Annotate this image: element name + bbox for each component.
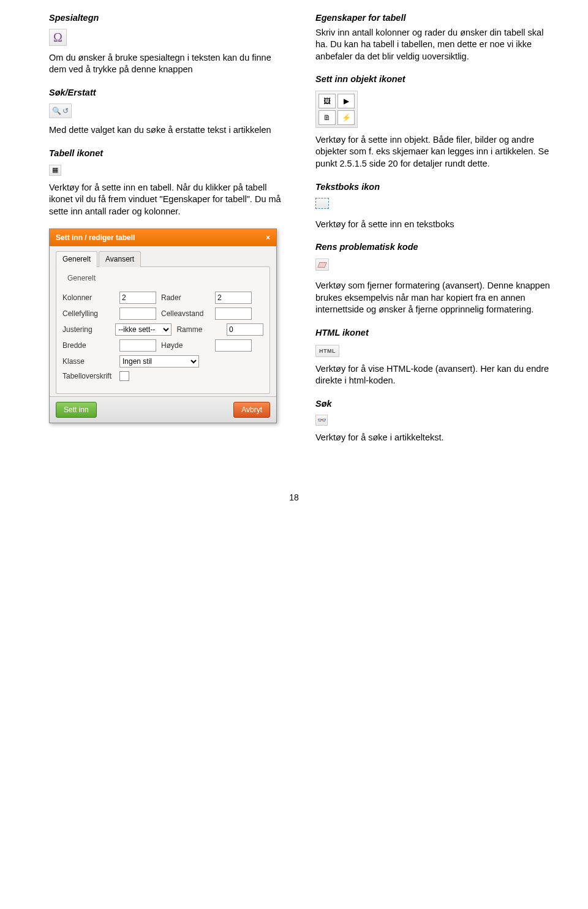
heading-sok: Søk [315,398,551,410]
label-bredde: Bredde [62,341,115,350]
label-celleavstand: Celleavstand [161,309,210,319]
text-tabell-ikonet: Verktøy for å sette inn en tabell. Når d… [49,182,285,218]
search-replace-icon: 🔍↺ [49,104,72,118]
tab-avansert[interactable]: Avansert [99,251,141,266]
fieldset-generelt: Generelt Kolonner Rader Cellefylling Cel… [56,266,270,394]
heading-rens-kode: Rens problematisk kode [315,241,551,254]
text-sok-erstatt: Med dette valget kan du søke å erstatte … [49,124,285,137]
close-icon[interactable]: × [266,233,270,243]
select-justering[interactable]: --ikke sett-- [115,323,172,336]
input-hoyde[interactable] [215,339,252,352]
table-dialog: Sett inn / rediger tabell × Generelt Ava… [49,228,277,423]
label-ramme: Ramme [176,325,222,334]
label-rader: Rader [161,293,210,303]
image-icon: 🖼 [318,94,336,108]
dialog-tabs: Generelt Avansert [56,251,270,266]
page-content: Spesialtegn Ω Om du ønsker å bruke spesi… [0,0,588,473]
input-bredde[interactable] [119,339,156,352]
text-sett-inn-objekt: Verktøy for å sette inn objekt. Både fil… [315,134,551,170]
left-column: Spesialtegn Ω Om du ønsker å bruke spesi… [49,12,285,455]
label-kolonner: Kolonner [62,293,115,303]
label-justering: Justering [62,325,110,334]
text-spesialtegn: Om du ønsker å bruke spesialtegn i tekst… [49,52,285,76]
flash-icon: ⚡ [337,110,355,125]
label-cellefylling: Cellefylling [62,309,115,319]
select-klasse[interactable]: Ingen stil [119,355,199,368]
avbryt-button[interactable]: Avbryt [233,402,270,418]
html-icon: HTML [315,344,339,357]
dialog-title: Sett inn / rediger tabell [56,233,135,243]
checkbox-tabelloverskrift[interactable] [119,371,129,381]
play-icon: ▶ [337,94,355,108]
binoculars-icon: 👓 [315,415,328,426]
eraser-icon [315,258,329,274]
input-ramme[interactable] [227,323,263,336]
insert-object-icon: 🖼 ▶ 🗎 ⚡ [315,91,358,128]
page-number: 18 [0,492,588,504]
input-celleavstand[interactable] [215,307,252,320]
text-html-ikonet: Verktøy for å vise HTML-kode (avansert).… [315,363,551,387]
table-icon: ▦ [49,165,61,176]
dialog-titlebar: Sett inn / rediger tabell × [50,229,276,246]
text-rens-kode: Verktøy som fjerner formatering (avanser… [315,280,551,316]
heading-sett-inn-objekt: Sett inn objekt ikonet [315,74,551,86]
heading-egenskaper-tabell: Egenskaper for tabell [315,12,551,25]
heading-sok-erstatt: Søk/Erstatt [49,87,285,99]
sett-inn-button[interactable]: Sett inn [56,402,97,418]
heading-spesialtegn: Spesialtegn [49,12,285,25]
omega-icon: Ω [49,29,67,46]
heading-tekstboks: Tekstboks ikon [315,181,551,194]
heading-tabell-ikonet: Tabell ikonet [49,148,285,160]
input-kolonner[interactable] [119,292,156,304]
label-hoyde: Høyde [161,341,210,350]
legend-generelt: Generelt [65,273,98,283]
label-tabelloverskrift: Tabelloverskrift [62,371,115,381]
dialog-footer: Sett inn Avbryt [50,396,276,423]
images-icon: 🗎 [318,110,336,125]
label-klasse: Klasse [62,356,115,366]
text-sok: Verktøy for å søke i artikkeltekst. [315,432,551,444]
textbox-icon [315,198,329,213]
text-egenskaper-tabell: Skriv inn antall kolonner og rader du øn… [315,27,551,63]
heading-html-ikonet: HTML ikonet [315,327,551,339]
input-cellefylling[interactable] [119,307,156,320]
input-rader[interactable] [215,292,252,304]
right-column: Egenskaper for tabell Skriv inn antall k… [315,12,551,455]
text-tekstboks: Verktøy for å sette inn en tekstboks [315,219,551,231]
tab-generelt[interactable]: Generelt [56,251,97,266]
